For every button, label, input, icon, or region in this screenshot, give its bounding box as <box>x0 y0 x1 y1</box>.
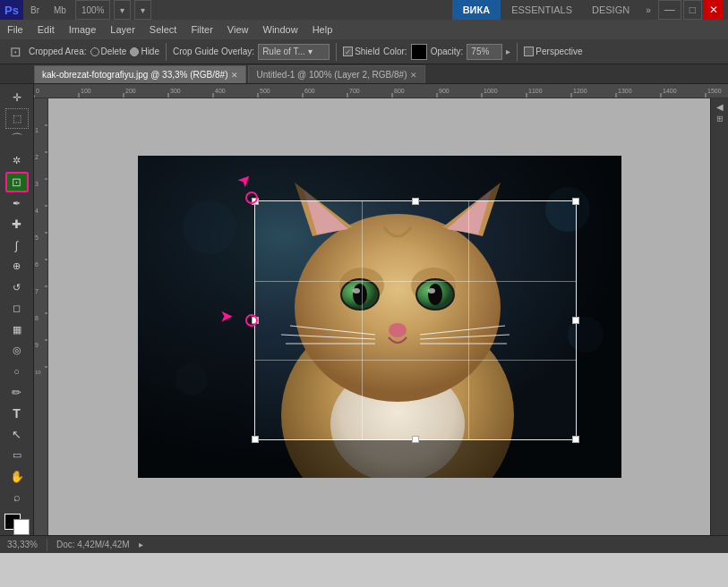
svg-text:200: 200 <box>125 88 136 94</box>
opt-sep-1 <box>166 43 167 61</box>
svg-text:1100: 1100 <box>528 88 543 94</box>
minimize-btn[interactable]: — <box>658 0 681 20</box>
svg-text:5: 5 <box>35 234 39 241</box>
panel-btn-2[interactable]: ⊞ <box>715 115 724 123</box>
options-bar: ⊡ Cropped Area: Delete Hide Crop Guide O… <box>0 39 728 64</box>
ruler-vertical: 0 1 2 3 4 5 6 7 <box>34 98 48 535</box>
mb-btn[interactable]: Mb <box>47 0 73 20</box>
crop-handle-tr[interactable] <box>572 198 579 205</box>
tool-clone[interactable]: ⊕ <box>5 256 29 276</box>
crop-handle-ml[interactable] <box>252 317 259 324</box>
svg-text:4: 4 <box>35 208 39 214</box>
svg-text:800: 800 <box>394 88 405 94</box>
crop-handle-mr[interactable] <box>572 317 579 324</box>
tool-zoom[interactable]: ⌕ <box>5 487 29 506</box>
color-swatch[interactable] <box>411 44 427 60</box>
tool-hand[interactable]: ✋ <box>5 466 29 486</box>
svg-text:500: 500 <box>260 88 270 94</box>
color-label: Color: <box>383 47 407 56</box>
menu-select[interactable]: Select <box>142 20 184 39</box>
menu-edit[interactable]: Edit <box>30 20 62 39</box>
essentials-btn[interactable]: ESSENTIALS <box>502 0 581 20</box>
svg-text:9: 9 <box>35 342 39 348</box>
menu-filter[interactable]: Filter <box>184 20 219 39</box>
tool-crop[interactable]: ⊡ <box>5 172 29 192</box>
arrange-btn[interactable]: ▾ <box>134 0 151 20</box>
svg-text:600: 600 <box>304 88 315 94</box>
restore-btn[interactable]: □ <box>683 0 702 20</box>
more-btn[interactable]: » <box>640 0 656 20</box>
crop-guide-dropdown[interactable]: Rule of T...▾ <box>258 44 330 60</box>
close-btn[interactable]: ✕ <box>704 0 724 20</box>
tool-brush[interactable]: ∫ <box>5 235 29 255</box>
crop-handle-tl[interactable] <box>252 198 259 205</box>
svg-text:1200: 1200 <box>573 88 587 94</box>
tab-1[interactable]: kak-obrezat-fotografiyu.jpg @ 33,3% (RGB… <box>34 65 246 83</box>
status-arrow[interactable]: ▸ <box>139 540 143 549</box>
tool-lasso[interactable]: ⌒ <box>5 130 29 149</box>
tool-eyedropper[interactable]: ✒ <box>5 193 29 213</box>
tabs-bar: kak-obrezat-fotografiyu.jpg @ 33,3% (RGB… <box>0 64 728 84</box>
svg-text:100: 100 <box>81 88 91 94</box>
canvas-area[interactable]: ➤ ➤ <box>48 98 710 535</box>
tab-1-close[interactable]: ✕ <box>231 71 238 80</box>
main-area: ✛ ⬚ ⌒ ✲ ⊡ ✒ ✚ ∫ ⊕ ↺ ◻ ▦ ◎ ○ ✏ T ↖ ▭ ✋ ⌕ <box>0 84 728 535</box>
screen-mode-btn[interactable]: ▾ <box>114 0 131 20</box>
crop-handle-br[interactable] <box>572 436 579 443</box>
design-btn[interactable]: DESIGN <box>583 0 638 20</box>
tool-blur[interactable]: ◎ <box>5 340 29 360</box>
opacity-slider-btn[interactable]: ▸ <box>506 47 510 56</box>
hide-radio[interactable]: Hide <box>130 47 159 56</box>
menu-file[interactable]: File <box>0 20 30 39</box>
br-btn[interactable]: Br <box>23 0 47 20</box>
tool-eraser[interactable]: ◻ <box>5 298 29 318</box>
ruler-horizontal: 0 100 200 300 400 500 600 700 80 <box>34 84 728 98</box>
panel-btn-1[interactable]: ◀ <box>716 102 724 112</box>
tool-shape[interactable]: ▭ <box>5 446 29 465</box>
tool-magic-wand[interactable]: ✲ <box>5 151 29 171</box>
shield-label: Shield <box>355 47 380 56</box>
color-fg-bg[interactable] <box>4 514 30 535</box>
zoom-level: 33,33% <box>7 540 38 549</box>
crop-handle-bl[interactable] <box>252 436 259 443</box>
vika-btn[interactable]: ВИКА <box>452 0 501 20</box>
svg-text:900: 900 <box>439 88 450 94</box>
crop-guide-label: Crop Guide Overlay: <box>173 47 254 56</box>
svg-text:700: 700 <box>349 88 360 94</box>
crop-box[interactable] <box>254 200 577 440</box>
svg-text:0: 0 <box>36 88 39 94</box>
menu-window[interactable]: Window <box>256 20 305 39</box>
tab-2[interactable]: Untitled-1 @ 100% (Layer 2, RGB/8#) ✕ <box>248 65 425 83</box>
tool-healing[interactable]: ✚ <box>5 215 29 234</box>
dim-top <box>254 156 577 200</box>
crop-handle-tm[interactable] <box>412 198 419 205</box>
menu-help[interactable]: Help <box>305 20 340 39</box>
tool-history-brush[interactable]: ↺ <box>5 277 29 297</box>
toolbar: ✛ ⬚ ⌒ ✲ ⊡ ✒ ✚ ∫ ⊕ ↺ ◻ ▦ ◎ ○ ✏ T ↖ ▭ ✋ ⌕ <box>0 84 34 535</box>
ps-logo: Ps <box>0 0 23 20</box>
crop-handle-bm[interactable] <box>412 436 419 443</box>
zoom-btn[interactable]: 100% <box>75 0 111 20</box>
tool-dodge[interactable]: ○ <box>5 362 29 381</box>
menu-layer[interactable]: Layer <box>103 20 142 39</box>
cropped-area-label: Cropped Area: <box>29 47 87 56</box>
svg-text:10: 10 <box>35 370 41 375</box>
svg-text:1: 1 <box>35 127 39 133</box>
opacity-field[interactable]: 75% <box>467 44 502 60</box>
shield-checkbox[interactable]: ✓ Shield <box>343 47 380 56</box>
document-canvas: ➤ ➤ <box>138 156 621 478</box>
delete-radio[interactable]: Delete <box>90 47 127 56</box>
tool-move[interactable]: ✛ <box>5 88 29 107</box>
svg-text:8: 8 <box>35 315 39 321</box>
perspective-checkbox[interactable]: Perspective <box>524 47 582 56</box>
tool-pen[interactable]: ✏ <box>5 382 29 402</box>
tool-path-select[interactable]: ↖ <box>5 424 29 444</box>
tool-gradient[interactable]: ▦ <box>5 319 29 339</box>
dim-left <box>138 156 254 478</box>
tool-text[interactable]: T <box>5 404 29 423</box>
tab-2-close[interactable]: ✕ <box>410 71 417 80</box>
menu-image[interactable]: Image <box>62 20 104 39</box>
menu-view[interactable]: View <box>220 20 256 39</box>
tool-marquee[interactable]: ⬚ <box>5 108 29 129</box>
svg-text:1000: 1000 <box>484 88 498 94</box>
